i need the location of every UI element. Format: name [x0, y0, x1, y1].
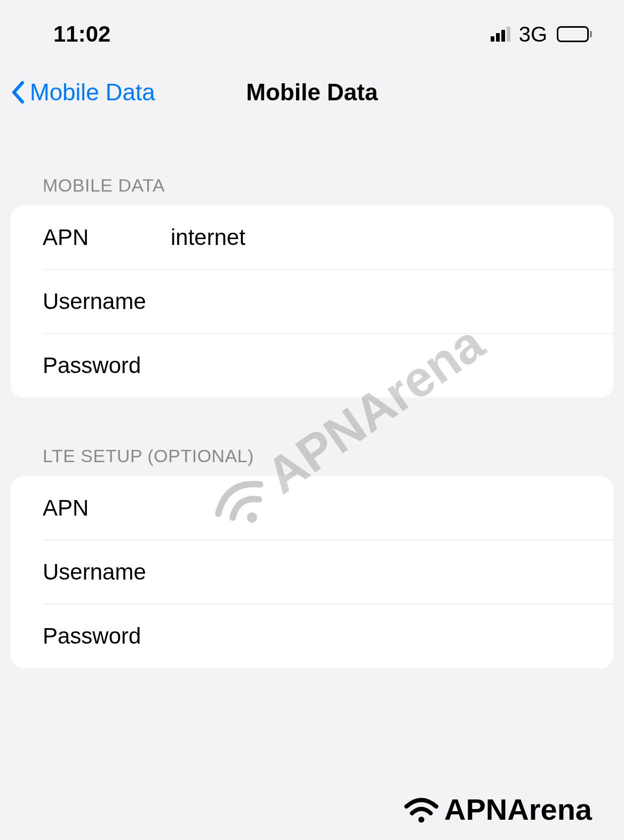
- status-time: 11:02: [53, 21, 110, 47]
- chevron-left-icon: [11, 81, 27, 104]
- battery-icon: [557, 26, 592, 42]
- signal-icon: [491, 27, 510, 42]
- status-bar: 11:02 3G: [0, 0, 624, 58]
- field-row-apn[interactable]: APN: [43, 205, 613, 270]
- back-button[interactable]: Mobile Data: [11, 79, 155, 106]
- field-row-username[interactable]: Username: [43, 270, 613, 334]
- lte-password-input[interactable]: [171, 623, 581, 649]
- wifi-icon: [403, 795, 440, 824]
- section-lte-setup: APN Username Password: [11, 476, 613, 668]
- back-label: Mobile Data: [30, 79, 155, 106]
- page-title: Mobile Data: [246, 79, 378, 106]
- apn-input[interactable]: [171, 225, 581, 250]
- username-input[interactable]: [171, 289, 581, 314]
- lte-apn-label: APN: [43, 495, 171, 521]
- lte-apn-input[interactable]: [171, 495, 581, 521]
- field-row-lte-username[interactable]: Username: [43, 540, 613, 604]
- nav-bar: Mobile Data Mobile Data: [0, 58, 624, 122]
- network-type: 3G: [519, 22, 547, 46]
- password-input[interactable]: [171, 353, 581, 378]
- username-label: Username: [43, 289, 171, 314]
- field-row-lte-password[interactable]: Password: [11, 604, 613, 668]
- field-row-password[interactable]: Password: [11, 334, 613, 398]
- apn-label: APN: [43, 225, 171, 250]
- password-label: Password: [43, 353, 171, 378]
- section-header-lte-setup: LTE SETUP (OPTIONAL): [0, 446, 624, 466]
- footer-text: APNArena: [444, 792, 592, 827]
- svg-point-1: [418, 817, 424, 822]
- footer-logo: APNArena: [403, 792, 592, 827]
- lte-username-label: Username: [43, 559, 171, 585]
- lte-password-label: Password: [43, 623, 171, 649]
- lte-username-input[interactable]: [171, 559, 581, 585]
- field-row-lte-apn[interactable]: APN: [43, 476, 613, 540]
- section-header-mobile-data: MOBILE DATA: [0, 175, 624, 196]
- section-mobile-data: APN Username Password: [11, 205, 613, 398]
- status-right: 3G: [491, 22, 592, 46]
